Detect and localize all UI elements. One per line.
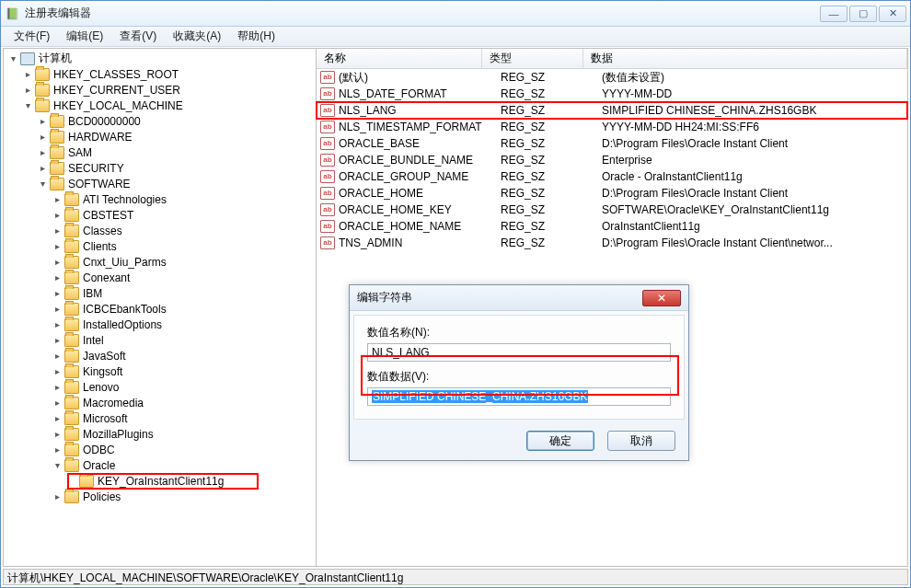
tree-item[interactable]: ▾HKEY_LOCAL_MACHINE xyxy=(4,98,316,113)
header-type[interactable]: 类型 xyxy=(482,49,583,68)
expand-icon[interactable]: ▸ xyxy=(52,304,63,315)
table-row[interactable]: abNLS_LANGREG_SZSIMPLIFIED CHINESE_CHINA… xyxy=(317,102,907,119)
string-value-icon: ab xyxy=(320,236,335,249)
header-data[interactable]: 数据 xyxy=(583,49,907,68)
tree-item[interactable]: ▸JavaSoft xyxy=(4,348,316,363)
tree-item[interactable]: ▾计算机 xyxy=(4,51,316,66)
value-data-field[interactable]: SIMPLIFIED CHINESE_CHINA.ZHS16GBK xyxy=(367,387,671,406)
table-row[interactable]: abORACLE_BUNDLE_NAMEREG_SZEnterprise xyxy=(317,152,907,168)
menu-help[interactable]: 帮助(H) xyxy=(230,27,283,46)
menu-view[interactable]: 查看(V) xyxy=(112,27,164,46)
folder-icon xyxy=(64,225,79,237)
tree-item[interactable]: ▸ODBC xyxy=(4,442,316,457)
tree-item[interactable]: ▸ICBCEbankTools xyxy=(4,301,316,317)
tree-item[interactable]: ▸Lenovo xyxy=(4,379,316,395)
value-name-field[interactable] xyxy=(367,343,671,362)
collapse-icon[interactable]: ▾ xyxy=(7,53,18,64)
tree-item[interactable]: ▸Macromedia xyxy=(4,395,316,410)
ok-button[interactable]: 确定 xyxy=(526,431,594,451)
cell-name: ORACLE_BASE xyxy=(339,137,501,150)
tree-item[interactable]: ▸Kingsoft xyxy=(4,363,316,379)
table-row[interactable]: abORACLE_HOME_KEYREG_SZSOFTWARE\Oracle\K… xyxy=(317,202,907,218)
table-row[interactable]: abORACLE_HOME_NAMEREG_SZOraInstantClient… xyxy=(317,218,907,235)
expand-icon[interactable]: ▸ xyxy=(22,69,33,80)
tree-label: ODBC xyxy=(83,444,115,456)
expand-icon[interactable]: ▸ xyxy=(37,147,48,158)
expand-icon[interactable]: ▸ xyxy=(52,413,63,424)
tree-item[interactable]: ▸Intel xyxy=(4,332,316,348)
tree-item[interactable]: ▸MozillaPlugins xyxy=(4,426,316,442)
collapse-icon[interactable]: ▾ xyxy=(52,460,63,471)
tree-item[interactable]: ▾SOFTWARE xyxy=(4,176,316,191)
tree-pane[interactable]: ▾计算机▸HKEY_CLASSES_ROOT▸HKEY_CURRENT_USER… xyxy=(4,49,317,566)
tree-item[interactable]: ▸Clients xyxy=(4,238,316,254)
expand-icon[interactable]: ▸ xyxy=(52,382,63,393)
table-row[interactable]: abNLS_DATE_FORMATREG_SZYYYY-MM-DD xyxy=(317,86,907,102)
tree-item[interactable]: ▸Classes xyxy=(4,223,316,238)
dialog-titlebar[interactable]: 编辑字符串 ✕ xyxy=(350,285,688,311)
expand-icon[interactable]: ▸ xyxy=(52,444,63,455)
expand-icon[interactable]: ▸ xyxy=(52,398,63,409)
tree-item[interactable]: ▸HARDWARE xyxy=(4,129,316,144)
table-row[interactable]: abORACLE_HOMEREG_SZD:\Program Files\Orac… xyxy=(317,185,907,202)
collapse-icon[interactable]: ▾ xyxy=(22,100,33,111)
folder-icon xyxy=(64,459,79,472)
table-row[interactable]: ab(默认)REG_SZ(数值未设置) xyxy=(317,69,907,86)
expand-icon[interactable]: ▸ xyxy=(52,241,63,252)
string-value-icon: ab xyxy=(320,203,335,216)
cell-type: REG_SZ xyxy=(501,137,602,150)
expand-icon[interactable]: ▸ xyxy=(52,366,63,377)
cancel-button[interactable]: 取消 xyxy=(607,431,675,451)
tree-item[interactable]: ▾Oracle xyxy=(4,457,316,473)
folder-icon xyxy=(64,256,79,269)
expand-icon[interactable]: ▸ xyxy=(52,288,63,299)
tree-item[interactable]: ▸IBM xyxy=(4,285,316,301)
expand-icon[interactable]: ▸ xyxy=(52,351,63,362)
expand-icon[interactable]: ▸ xyxy=(37,116,48,127)
titlebar[interactable]: 📗 注册表编辑器 — ▢ ✕ xyxy=(1,1,910,27)
tree-item[interactable]: ▸BCD00000000 xyxy=(4,113,316,129)
close-button[interactable]: ✕ xyxy=(879,6,906,22)
tree-item[interactable]: ▸Conexant xyxy=(4,270,316,285)
table-row[interactable]: abORACLE_BASEREG_SZD:\Program Files\Orac… xyxy=(317,135,907,152)
header-name[interactable]: 名称 xyxy=(317,49,482,68)
expand-icon[interactable]: ▸ xyxy=(52,210,63,221)
expand-icon[interactable]: ▸ xyxy=(52,335,63,346)
table-row[interactable]: abORACLE_GROUP_NAMEREG_SZOracle - OraIns… xyxy=(317,168,907,185)
tree-item[interactable]: ▸Cnxt_Uiu_Parms xyxy=(4,254,316,270)
expand-icon[interactable]: ▸ xyxy=(52,257,63,268)
expand-icon[interactable]: ▸ xyxy=(22,85,33,96)
tree-label: ATI Technologies xyxy=(83,193,167,206)
tree-item[interactable]: ▸Microsoft xyxy=(4,410,316,426)
table-row[interactable]: abNLS_TIMESTAMP_FORMATREG_SZYYYY-MM-DD H… xyxy=(317,119,907,135)
collapse-icon[interactable]: ▾ xyxy=(37,179,48,190)
dialog-close-button[interactable]: ✕ xyxy=(642,290,681,306)
tree-item[interactable]: ▸ATI Technologies xyxy=(4,191,316,207)
table-row[interactable]: abTNS_ADMINREG_SZD:\Program Files\Oracle… xyxy=(317,235,907,251)
tree-item[interactable]: ▸HKEY_CLASSES_ROOT xyxy=(4,66,316,82)
folder-icon xyxy=(79,475,94,488)
tree-item[interactable]: ▸KEY_OraInstantClient11g xyxy=(4,473,316,489)
tree-item[interactable]: ▸SECURITY xyxy=(4,160,316,176)
menu-favorites[interactable]: 收藏夹(A) xyxy=(166,27,228,46)
tree-item[interactable]: ▸InstalledOptions xyxy=(4,317,316,332)
expand-icon[interactable]: ▸ xyxy=(37,132,48,143)
edit-string-dialog[interactable]: 编辑字符串 ✕ 数值名称(N): 数值数据(V): SIMPLIFIED CHI… xyxy=(349,284,689,461)
expand-icon[interactable]: ▸ xyxy=(52,225,63,236)
expand-icon[interactable]: ▸ xyxy=(52,319,63,330)
expand-icon[interactable]: ▸ xyxy=(52,491,63,502)
minimize-button[interactable]: — xyxy=(820,6,848,22)
expand-icon[interactable]: ▸ xyxy=(52,194,63,205)
tree-item[interactable]: ▸HKEY_CURRENT_USER xyxy=(4,82,316,98)
tree-item[interactable]: ▸SAM xyxy=(4,144,316,160)
tree-label: Conexant xyxy=(83,271,130,284)
menu-file[interactable]: 文件(F) xyxy=(6,27,57,46)
folder-icon xyxy=(64,318,79,331)
tree-item[interactable]: ▸CBSTEST xyxy=(4,207,316,223)
expand-icon[interactable]: ▸ xyxy=(37,163,48,174)
menu-edit[interactable]: 编辑(E) xyxy=(59,27,110,46)
expand-icon[interactable]: ▸ xyxy=(52,429,63,440)
tree-item[interactable]: ▸Policies xyxy=(4,489,316,504)
maximize-button[interactable]: ▢ xyxy=(849,6,877,22)
expand-icon[interactable]: ▸ xyxy=(52,272,63,283)
